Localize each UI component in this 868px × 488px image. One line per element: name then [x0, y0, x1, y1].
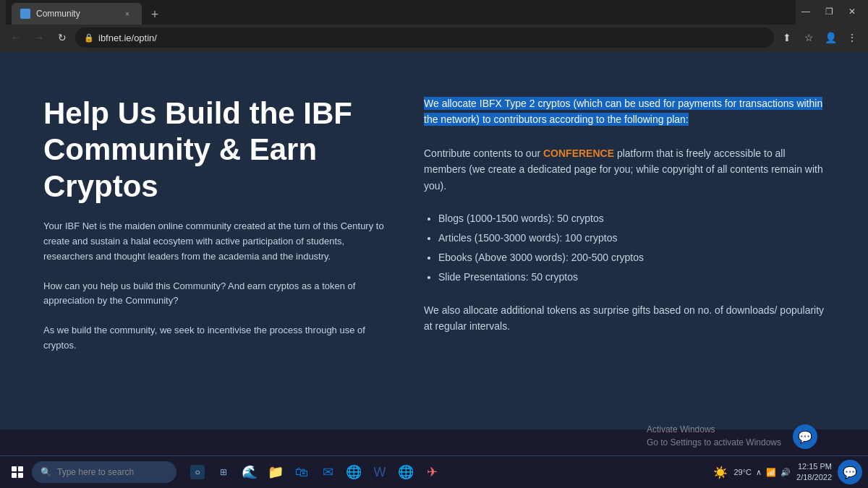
cortana-icon: ○	[190, 465, 205, 479]
menu-button[interactable]: ⋮	[842, 27, 862, 48]
browser-chrome: Community × + — ❐ ✕ ← → ↻ 🔒 ibfnet.ie/op…	[0, 0, 868, 52]
highlight-span: We allocate IBFX Type 2 cryptos (which c…	[424, 97, 822, 126]
time-display: 12:15 PM	[796, 461, 832, 472]
taskbar-mail[interactable]: ✉	[315, 460, 340, 484]
chrome-2-icon: 🌐	[399, 465, 413, 479]
address-bar[interactable]: 🔒 ibfnet.ie/optin/	[75, 27, 774, 48]
start-button[interactable]	[6, 461, 29, 484]
nav-bar: ← → ↻ 🔒 ibfnet.ie/optin/ ⬆ ☆ 👤 ⋮	[0, 23, 868, 52]
bookmark-button[interactable]: ☆	[799, 27, 819, 48]
highlighted-intro: We allocate IBFX Type 2 cryptos (which c…	[424, 95, 825, 128]
store-icon: 🛍	[294, 465, 309, 479]
close-button[interactable]: ✕	[842, 3, 862, 20]
contribute-prefix: Contribute contents to our	[424, 147, 543, 159]
taskbar-right: ☀️ 29°C ∧ 📶 🔊 12:15 PM 2/18/2022 💬	[713, 460, 862, 484]
left-panel: Help Us Build the IBF Community & Earn C…	[43, 95, 395, 401]
right-panel: We allocate IBFX Type 2 cryptos (which c…	[424, 95, 825, 401]
mail-icon: ✉	[320, 465, 335, 479]
tab-title: Community	[36, 9, 116, 19]
search-placeholder: Type here to search	[57, 467, 134, 477]
url-text: ibfnet.ie/optin/	[98, 33, 157, 43]
chat-bubble-button[interactable]: 💬	[793, 424, 817, 449]
profile-button[interactable]: 👤	[820, 27, 841, 48]
back-button[interactable]: ←	[6, 27, 26, 48]
taskbar-search[interactable]: 🔍 Type here to search	[32, 461, 176, 483]
activate-line2: Go to Settings to activate Windows	[647, 437, 781, 448]
chat-icon: 💬	[798, 430, 812, 444]
task-view-icon: ⊞	[216, 465, 231, 479]
taskbar-chrome-2[interactable]: 🌐	[393, 460, 418, 484]
weather-temp: 29°C	[733, 468, 752, 476]
new-tab-button[interactable]: +	[145, 4, 165, 25]
activate-line1: Activate Windows	[647, 424, 715, 435]
title-bar: Community × + — ❐ ✕	[0, 0, 868, 23]
date-display: 2/18/2022	[796, 472, 832, 483]
list-item: Blogs (1000-1500 words): 50 cryptos	[438, 211, 825, 226]
word-icon: W	[373, 465, 387, 479]
reload-button[interactable]: ↻	[52, 27, 72, 48]
share-button[interactable]: ⬆	[777, 27, 797, 48]
system-tray: 29°C ∧ 📶 🔊	[733, 468, 791, 477]
forward-button[interactable]: →	[29, 27, 49, 48]
tab-close-button[interactable]: ×	[122, 8, 133, 20]
list-item: Articles (1500-3000 words): 100 cryptos	[438, 231, 825, 246]
clock[interactable]: 12:15 PM 2/18/2022	[796, 461, 832, 484]
description-paragraph-1: Your IBF Net is the maiden online commun…	[43, 219, 395, 264]
sound-icon: 🔊	[780, 468, 791, 477]
maximize-button[interactable]: ❐	[819, 3, 839, 20]
description-paragraph-3: As we build the community, we seek to in…	[43, 323, 395, 354]
taskbar-store[interactable]: 🛍	[289, 460, 314, 484]
taskbar-apps: ○ ⊞ 🌊 📁 🛍 ✉ 🌐 W 🌐	[185, 460, 444, 484]
active-tab[interactable]: Community ×	[12, 3, 142, 25]
main-content: Help Us Build the IBF Community & Earn C…	[0, 52, 868, 429]
chrome-icon: 🌐	[346, 465, 361, 479]
page-heading: Help Us Build the IBF Community & Earn C…	[43, 95, 395, 205]
tab-favicon	[20, 9, 30, 19]
tray-icon-1: ∧	[756, 468, 762, 477]
activate-windows-watermark: Activate Windows Go to Settings to activ…	[647, 423, 781, 449]
taskbar-file-explorer[interactable]: 📁	[263, 460, 288, 484]
minimize-button[interactable]: —	[796, 3, 816, 20]
contribute-text: Contribute contents to our CONFERENCE pl…	[424, 145, 825, 194]
other-app-icon: ✈	[425, 465, 439, 479]
window-controls: — ❐ ✕	[796, 3, 862, 20]
search-icon: 🔍	[41, 467, 51, 477]
taskbar-other-app[interactable]: ✈	[420, 460, 444, 484]
network-icon: 📶	[766, 468, 776, 477]
taskbar-chrome[interactable]: 🌐	[341, 460, 366, 484]
weather-icon: ☀️	[713, 466, 728, 479]
list-item: Ebooks (Above 3000 words): 200-500 crypt…	[438, 250, 825, 265]
nav-actions: ⬆ ☆ 👤 ⋮	[777, 27, 862, 48]
file-explorer-icon: 📁	[268, 465, 283, 479]
additional-text: We also allocate additional tokens as su…	[424, 302, 825, 335]
taskbar-edge[interactable]: 🌊	[237, 460, 262, 484]
tab-bar: Community × +	[6, 0, 796, 25]
taskbar-word[interactable]: W	[367, 460, 392, 484]
lock-icon: 🔒	[84, 33, 94, 43]
bullet-list: Blogs (1000-1500 words): 50 cryptos Arti…	[424, 211, 825, 285]
list-item: Slide Presentations: 50 cryptos	[438, 270, 825, 285]
taskbar-task-view[interactable]: ⊞	[211, 460, 236, 484]
taskbar-chat-icon: 💬	[843, 466, 857, 479]
description-paragraph-2: How can you help us build this Community…	[43, 279, 395, 309]
taskbar: 🔍 Type here to search ○ ⊞ 🌊 📁 🛍 ✉ 🌐	[0, 455, 868, 488]
windows-icon	[12, 466, 23, 478]
conference-link[interactable]: CONFERENCE	[543, 147, 614, 159]
taskbar-chat-button[interactable]: 💬	[838, 460, 862, 484]
taskbar-cortana[interactable]: ○	[185, 460, 210, 484]
edge-icon: 🌊	[242, 465, 257, 479]
